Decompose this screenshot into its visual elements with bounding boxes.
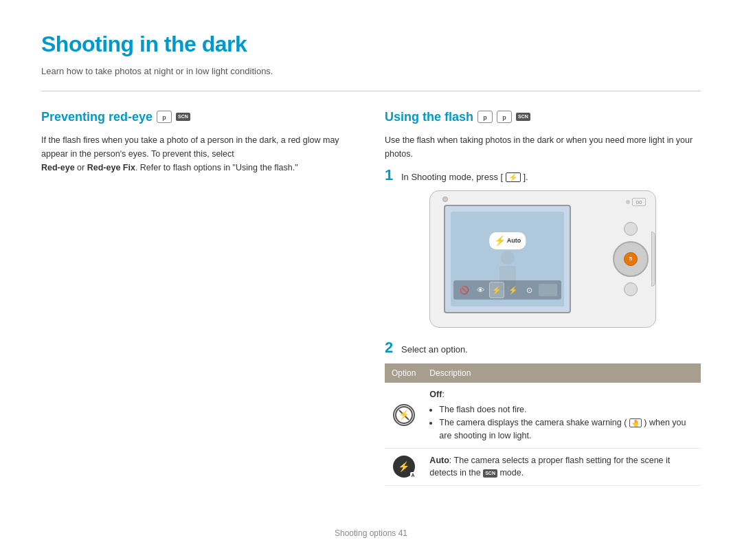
- flash-off-icon: 🚫: [458, 282, 471, 298]
- step-2-num: 2: [385, 340, 397, 355]
- top-indicators: 00: [626, 198, 646, 206]
- table-row-off: ⚡ Off: The flash does not fire. The came…: [385, 383, 701, 449]
- camera-icon-p: p: [157, 111, 172, 123]
- right-column: Using the flash p p SCN Use the flash wh…: [385, 108, 701, 486]
- using-flash-title: Using the flash: [385, 108, 473, 126]
- auto-flash-icon-large: ⚡ A: [393, 456, 415, 478]
- row-off-icon-cell: ⚡: [385, 383, 423, 449]
- grip-strip: [651, 232, 655, 286]
- indicator-dot: [626, 200, 630, 204]
- col-option: Option: [385, 363, 423, 383]
- main-content: Preventing red-eye p SCN If the flash fi…: [41, 108, 701, 486]
- page-title: Shooting in the dark: [41, 27, 701, 60]
- step-1-label: In Shooting mode, press [ ⚡ ].: [401, 168, 528, 184]
- camera-icon-r2: p: [497, 111, 512, 123]
- battery-icon: 00: [632, 198, 646, 206]
- row-off-description: Off: The flash does not fire. The camera…: [423, 383, 701, 449]
- camera-illustration: ⚡ Auto: [385, 190, 701, 328]
- table-row-auto: ⚡ A Auto: The camera selects a proper fl…: [385, 448, 701, 486]
- section-divider: [41, 91, 701, 91]
- d-pad: 5: [613, 241, 649, 277]
- red-eye-bold: Red-eye: [41, 163, 75, 172]
- options-table: Option Description ⚡: [385, 363, 701, 486]
- page-footer: Shooting options 41: [0, 527, 742, 539]
- col-description: Description: [423, 363, 701, 383]
- flash-redeye-icon: 👁: [474, 282, 488, 298]
- row-auto-icon-cell: ⚡ A: [385, 448, 423, 486]
- bot-btn: [624, 282, 638, 296]
- flash-off-icon-large: ⚡: [393, 404, 415, 426]
- step-1-num: 1: [385, 168, 397, 183]
- section-title-text: Preventing red-eye: [41, 108, 153, 126]
- camera-icon-r: p: [477, 111, 493, 123]
- flash-fill-icon: ⚡: [506, 282, 520, 298]
- right-controls: 5: [613, 222, 649, 296]
- camera-body: ⚡ Auto: [429, 190, 656, 328]
- auto-label-text: Auto: [429, 456, 449, 465]
- page-subtitle: Learn how to take photos at night or in …: [41, 65, 701, 78]
- flash-option-label: [539, 284, 557, 296]
- top-btn: [624, 222, 638, 236]
- row-auto-description: Auto: The camera selects a proper flash …: [423, 448, 701, 486]
- scn-mode-icon: SCN: [483, 469, 497, 478]
- right-intro-text: Use the flash when taking photos in the …: [385, 133, 701, 161]
- screen-inner: ⚡ Auto: [451, 212, 564, 306]
- flash-slowsync-icon: ⊙: [523, 282, 537, 298]
- camera-screen: ⚡ Auto: [444, 205, 571, 313]
- auto-sub-label: A: [410, 472, 416, 480]
- off-label: Off: [429, 390, 442, 399]
- left-section-title: Preventing red-eye p SCN: [41, 108, 357, 126]
- left-column: Preventing red-eye p SCN If the flash fi…: [41, 108, 357, 486]
- step-2-label: Select an option.: [401, 340, 468, 357]
- scn-badge-left: SCN: [176, 113, 190, 122]
- svg-text:⚡: ⚡: [398, 409, 410, 421]
- auto-label: ⚡ Auto: [489, 232, 526, 249]
- off-bullet-2: The camera displays the camera shake war…: [439, 416, 694, 443]
- scn-badge-right: SCN: [516, 113, 530, 122]
- footer-text: Shooting options 41: [335, 528, 407, 538]
- flash-menu-bar: 🚫 👁 ⚡ ⚡ ⊙: [453, 280, 561, 300]
- off-bullet-1: The flash does not fire.: [439, 403, 694, 416]
- svg-point-0: [501, 251, 515, 265]
- step-2: 2 Select an option.: [385, 340, 701, 357]
- lens-dot: [442, 197, 448, 202]
- step-1: 1 In Shooting mode, press [ ⚡ ].: [385, 168, 701, 184]
- right-section-title: Using the flash p p SCN: [385, 108, 701, 126]
- left-body-text: If the flash fires when you take a photo…: [41, 133, 357, 175]
- flash-auto-icon: ⚡: [490, 282, 504, 298]
- d-pad-center: 5: [624, 252, 638, 266]
- red-eye-fix-bold: Red-eye Fix: [87, 163, 135, 172]
